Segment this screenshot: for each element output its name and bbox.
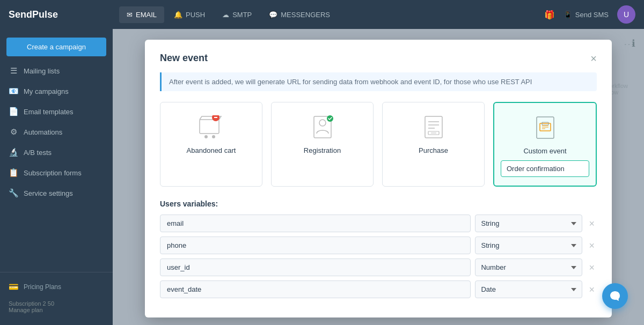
sidebar-item-pricing-plans[interactable]: 💳 Pricing Plans — [0, 277, 113, 297]
variable-row-email: String Number Date Boolean × — [160, 215, 597, 232]
event-card-purchase[interactable]: Purchase — [382, 102, 485, 187]
remove-phone-button[interactable]: × — [587, 240, 597, 252]
main-content: ⋯ workflow kflow t ℹ New event × After e… — [113, 29, 644, 325]
sidebar-item-ab-tests[interactable]: 🔬 A/B tests — [0, 142, 113, 162]
chat-button[interactable] — [602, 283, 628, 309]
campaigns-icon: 📧 — [9, 86, 18, 96]
abandoned-cart-icon — [197, 113, 225, 141]
sidebar-item-automations[interactable]: ⚙ Automations — [0, 122, 113, 142]
event-cards: Abandoned cart — [160, 102, 597, 187]
users-variables-section: Users variables: String Number Date Bool… — [160, 200, 597, 298]
sms-icon: 📱 — [564, 11, 572, 19]
sidebar-item-service-settings[interactable]: 🔧 Service settings — [0, 183, 113, 203]
gift-icon[interactable]: 🎁 — [544, 10, 555, 20]
variable-row-phone: String Number Date Boolean × — [160, 237, 597, 254]
sidebar-item-mailing-lists[interactable]: ☰ Mailing lists — [0, 61, 113, 81]
logo-area: SendPulse — [0, 0, 113, 29]
modal-header: New event × — [160, 53, 597, 64]
custom-event-icon — [531, 114, 559, 142]
registration-icon — [309, 113, 336, 141]
abandoned-cart-label: Abandoned cart — [187, 146, 236, 154]
remove-user-id-button[interactable]: × — [587, 262, 597, 274]
create-campaign-button[interactable]: Create a campaign — [6, 38, 106, 56]
variable-type-event-date[interactable]: String Number Date Boolean — [475, 280, 582, 298]
variable-type-user-id[interactable]: String Number Date Boolean — [475, 258, 582, 276]
remove-email-button[interactable]: × — [587, 218, 597, 230]
nav-item-push[interactable]: 🔔 PUSH — [166, 6, 213, 23]
variable-type-email[interactable]: String Number Date Boolean — [475, 215, 582, 232]
custom-event-name-input[interactable] — [501, 160, 589, 177]
ab-tests-icon: 🔬 — [9, 147, 18, 157]
variable-row-event-date: String Number Date Boolean × — [160, 280, 597, 298]
nav-item-messengers[interactable]: 💬 MESSENGERS — [261, 6, 338, 23]
svg-point-3 — [212, 115, 219, 121]
custom-event-label: Custom event — [523, 147, 566, 155]
nav-items: ✉ EMAIL 🔔 PUSH ☁ SMTP 💬 MESSENGERS — [113, 6, 536, 23]
variable-name-email[interactable] — [160, 215, 471, 232]
subscriptions-icon: 📋 — [9, 168, 18, 178]
registration-label: Registration — [304, 146, 341, 154]
svg-rect-14 — [537, 117, 554, 138]
pricing-icon: 💳 — [9, 282, 18, 292]
svg-point-2 — [212, 135, 215, 138]
sidebar-item-email-templates[interactable]: 📄 Email templates — [0, 101, 113, 122]
variables-title: Users variables: — [160, 200, 597, 208]
purchase-icon — [420, 113, 448, 141]
event-card-registration[interactable]: Registration — [271, 102, 374, 187]
templates-icon: 📄 — [9, 107, 18, 116]
nav-right: 🎁 📱 Send SMS U — [536, 5, 644, 24]
new-event-modal: New event × After event is added, we wil… — [145, 40, 612, 317]
automations-icon: ⚙ — [9, 127, 18, 137]
nav-item-smtp[interactable]: ☁ SMTP — [215, 6, 259, 23]
purchase-label: Purchase — [419, 146, 448, 154]
top-nav: SendPulse ✉ EMAIL 🔔 PUSH ☁ SMTP 💬 MESSEN… — [0, 0, 644, 29]
push-icon: 🔔 — [174, 11, 182, 19]
modal-title: New event — [160, 53, 208, 64]
user-avatar[interactable]: U — [617, 5, 635, 24]
layout: Create a campaign ☰ Mailing lists 📧 My c… — [0, 29, 644, 325]
sidebar-item-subscriptions[interactable]: 📋 Subscription forms — [0, 162, 113, 183]
variable-row-user-id: String Number Date Boolean × — [160, 258, 597, 276]
variable-type-phone[interactable]: String Number Date Boolean — [475, 237, 582, 254]
svg-point-6 — [319, 120, 326, 126]
mailing-lists-icon: ☰ — [9, 66, 18, 76]
variable-name-event-date[interactable] — [160, 280, 471, 298]
smtp-icon: ☁ — [222, 11, 229, 19]
messengers-icon: 💬 — [269, 11, 277, 19]
modal-overlay: New event × After event is added, we wil… — [113, 29, 644, 325]
event-card-custom[interactable]: Custom event — [493, 102, 597, 187]
svg-rect-0 — [200, 120, 219, 134]
sidebar-item-my-campaigns[interactable]: 📧 My campaigns — [0, 81, 113, 101]
variable-name-user-id[interactable] — [160, 258, 471, 276]
modal-info-banner: After event is added, we will generate U… — [160, 72, 597, 91]
variable-name-phone[interactable] — [160, 237, 471, 254]
subscription-info: Subscription 2 50 Manage plan — [0, 297, 113, 316]
logo: SendPulse — [9, 9, 58, 20]
close-button[interactable]: × — [590, 53, 597, 64]
nav-item-email[interactable]: ✉ EMAIL — [119, 6, 164, 23]
event-card-abandoned-cart[interactable]: Abandoned cart — [160, 102, 262, 187]
email-icon: ✉ — [127, 11, 133, 19]
sidebar: Create a campaign ☰ Mailing lists 📧 My c… — [0, 29, 113, 325]
send-sms-button[interactable]: 📱 Send SMS — [564, 11, 609, 19]
remove-event-date-button[interactable]: × — [587, 284, 597, 296]
sidebar-bottom: 💳 Pricing Plans Subscription 2 50 Manage… — [0, 272, 113, 321]
settings-icon: 🔧 — [9, 188, 18, 198]
svg-point-1 — [204, 135, 208, 138]
